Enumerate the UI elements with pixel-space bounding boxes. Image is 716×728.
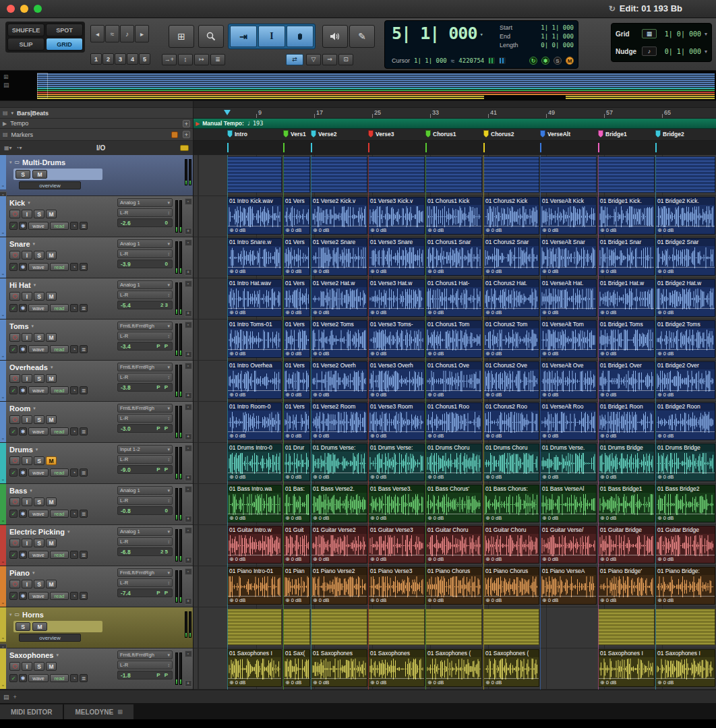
clip[interactable]: 01 Bass Verse3.⊕0 dB bbox=[368, 485, 425, 522]
playlist-view-button[interactable]: wave bbox=[28, 592, 49, 600]
volume-value[interactable]: -3.8 bbox=[121, 384, 131, 391]
folder-clip-block[interactable] bbox=[368, 609, 425, 645]
track-name[interactable]: Saxophones bbox=[9, 651, 53, 659]
grid-mode-button[interactable]: GRID bbox=[46, 38, 83, 51]
marker-vers1[interactable]: Vers1 bbox=[283, 130, 306, 138]
record-arm-button[interactable] bbox=[9, 374, 20, 383]
midi-zoom-button[interactable]: ♪ bbox=[120, 25, 134, 42]
dyn-transport-icon[interactable]: ✓ bbox=[9, 263, 18, 271]
track-name[interactable]: Overheads bbox=[9, 363, 48, 371]
folder-clip-block[interactable] bbox=[598, 156, 655, 193]
add-playlist-button[interactable]: + bbox=[185, 557, 192, 564]
clip[interactable]: 01 Vers⊕0 dB bbox=[283, 320, 310, 358]
nudge-value[interactable]: 0| 1| 000 bbox=[665, 48, 701, 55]
clip[interactable]: 01 Guitar Verse3⊕0 dB bbox=[368, 526, 425, 564]
track-options-button[interactable]: ▫ bbox=[185, 363, 192, 369]
output-selector[interactable]: L-R↕ bbox=[117, 537, 173, 546]
solo-button[interactable]: S bbox=[16, 622, 30, 631]
mute-button[interactable]: M bbox=[46, 662, 57, 671]
track-lane-drums[interactable]: 01 Drums Intro-0⊕0 dB01 Drur⊕0 dB01 Drum… bbox=[193, 443, 716, 484]
clip-gain-display[interactable]: ⊕0 dB bbox=[541, 596, 596, 604]
folder-clip-block[interactable] bbox=[283, 609, 310, 645]
elastic-audio-icon[interactable]: ✱ bbox=[19, 304, 27, 312]
track-color-strip[interactable]: ≈ bbox=[0, 278, 6, 319]
marker-intro[interactable]: Intro bbox=[227, 130, 247, 138]
clip[interactable]: 01 Verse2 Hat.w⊕0 dB bbox=[311, 279, 367, 317]
input-selector[interactable]: Analog 1▾ bbox=[117, 280, 173, 289]
add-playlist-button[interactable]: + bbox=[185, 475, 192, 481]
clip[interactable]: 01 Drums Verse:⊕0 dB bbox=[368, 444, 425, 481]
grid-status-icon[interactable] bbox=[488, 57, 495, 64]
input-monitor-button[interactable]: I bbox=[22, 456, 32, 465]
clip-gain-display[interactable]: ⊕0 dB bbox=[311, 431, 367, 439]
overview-grid-icon[interactable]: ⊞ bbox=[3, 74, 9, 80]
shuffle-mode-button[interactable]: SHUFFLE bbox=[7, 24, 44, 36]
mute-button[interactable]: M bbox=[32, 170, 47, 179]
automation-mode-button[interactable]: read bbox=[50, 304, 69, 312]
automation-mode-button[interactable]: read bbox=[50, 551, 69, 559]
record-arm-button[interactable] bbox=[9, 662, 20, 671]
clip[interactable]: 01 Chorus2 Snar⊕0 dB bbox=[483, 238, 539, 276]
mute-button[interactable]: M bbox=[46, 456, 57, 465]
clip-gain-display[interactable]: ⊕0 dB bbox=[284, 596, 309, 604]
clip[interactable]: 01 Piano Bridge'⊕0 dB bbox=[598, 567, 655, 605]
clip-gain-display[interactable]: ⊕0 dB bbox=[599, 226, 654, 234]
clip-gain-display[interactable]: ⊕0 dB bbox=[656, 514, 715, 522]
solo-button[interactable]: S bbox=[16, 170, 30, 179]
clip-gain-display[interactable]: ⊕0 dB bbox=[656, 678, 715, 686]
edit-selection-button[interactable]: ≣ bbox=[210, 54, 225, 65]
output-selector[interactable]: L-R↕ bbox=[117, 414, 173, 423]
input-selector[interactable]: FrntLft/FrntRgh▾ bbox=[117, 322, 173, 330]
record-arm-button[interactable] bbox=[9, 497, 20, 506]
volume-pan-display[interactable]: -2.60 bbox=[117, 218, 173, 227]
folder-clip-block[interactable] bbox=[368, 156, 425, 193]
clip-gain-display[interactable]: ⊕0 dB bbox=[484, 390, 539, 398]
timebase-icon[interactable]: ◔ bbox=[70, 386, 78, 394]
timebase-icon[interactable]: ◔ bbox=[70, 592, 78, 600]
overview-selection-frame[interactable] bbox=[37, 73, 48, 98]
dyn-transport-icon[interactable]: ✓ bbox=[9, 468, 18, 477]
input-monitor-button[interactable]: I bbox=[22, 497, 32, 506]
clip-gain-display[interactable]: ⊕0 dB bbox=[228, 308, 281, 316]
clip[interactable]: 01 VerseAlt Tom⊕0 dB bbox=[540, 320, 597, 358]
clip[interactable]: 01 Chorus2 Roo⊕0 dB bbox=[483, 402, 539, 440]
clip-gain-display[interactable]: ⊕0 dB bbox=[599, 267, 654, 275]
solo-button[interactable]: S bbox=[34, 662, 44, 671]
clip-gain-display[interactable]: ⊕0 dB bbox=[484, 308, 539, 316]
bars-ruler-label-row[interactable]: ▤ ▾ Bars|Beats bbox=[0, 108, 193, 119]
zoom-window-button[interactable] bbox=[34, 5, 42, 13]
input-selector[interactable]: Analog 1▾ bbox=[117, 527, 173, 536]
clip-gain-display[interactable]: ⊕0 dB bbox=[228, 226, 281, 234]
clip[interactable]: 01 Bass Bridge2⊕0 dB bbox=[655, 485, 715, 522]
clip-gain-display[interactable]: ⊕0 dB bbox=[228, 678, 281, 686]
clip[interactable]: 01 Chorus1 Roo⊕0 dB bbox=[425, 402, 482, 440]
clip[interactable]: 01 Piano VerseA⊕0 dB bbox=[540, 567, 597, 605]
input-monitor-button[interactable]: I bbox=[22, 415, 32, 424]
track-name[interactable]: Horns bbox=[22, 611, 44, 619]
clip-gain-display[interactable]: ⊕0 dB bbox=[656, 596, 715, 604]
folder-clip-block[interactable] bbox=[227, 156, 282, 193]
clip-gain-display[interactable]: ⊕0 dB bbox=[284, 555, 309, 563]
clip[interactable]: 01 Piano Verse3⊕0 dB bbox=[368, 567, 425, 605]
audio-zoom-button[interactable]: ≈ bbox=[105, 25, 119, 42]
playlist-view-button[interactable]: wave bbox=[28, 263, 49, 271]
clip-gain-display[interactable]: ⊕0 dB bbox=[311, 226, 367, 234]
clip[interactable]: 01 Verse2 Overh⊕0 dB bbox=[311, 361, 367, 399]
volume-pan-display[interactable]: -3.0P P bbox=[117, 424, 173, 433]
timebase-icon[interactable]: ◔ bbox=[70, 427, 78, 435]
clip[interactable]: 01 Bass VerseAl⊕0 dB bbox=[540, 485, 597, 522]
playlist-view-button[interactable]: wave bbox=[28, 304, 49, 312]
marker-bridge2[interactable]: Bridge2 bbox=[655, 130, 684, 138]
global-mute-icon[interactable]: M bbox=[566, 57, 574, 65]
clip[interactable]: 01 Verse3 Overh⊕0 dB bbox=[368, 361, 425, 399]
mute-button[interactable]: M bbox=[46, 333, 57, 342]
elastic-audio-icon[interactable]: ✱ bbox=[19, 468, 27, 477]
track-expand-icon[interactable]: ▾ bbox=[9, 160, 12, 165]
volume-value[interactable]: -3.9 bbox=[121, 261, 131, 268]
clip[interactable]: 01 Guitar Verse/⊕0 dB bbox=[540, 526, 597, 564]
clip-gain-display[interactable]: ⊕0 dB bbox=[426, 349, 481, 357]
marker-chorus2[interactable]: Chorus2 bbox=[483, 130, 514, 138]
tempo-expand-icon[interactable]: ▶ bbox=[3, 121, 7, 127]
input-selector[interactable]: FrntLft/FrntRgh▾ bbox=[117, 363, 173, 371]
clip[interactable]: 01 Chorus1 Kick⊕0 dB bbox=[425, 197, 482, 235]
